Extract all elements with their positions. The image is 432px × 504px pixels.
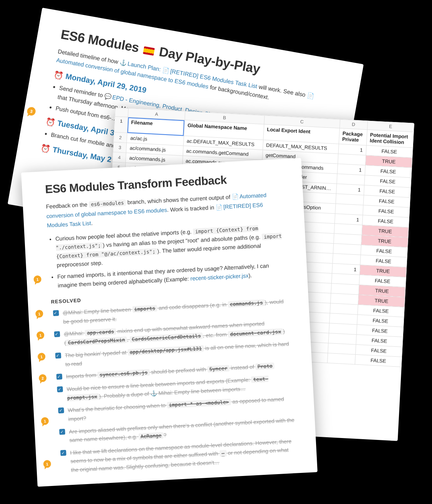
checkbox-checked[interactable] bbox=[53, 310, 59, 316]
corner-cell bbox=[115, 108, 129, 117]
alarm-clock-icon: ⏰ bbox=[53, 70, 64, 81]
cell[interactable] bbox=[334, 224, 362, 235]
cell[interactable] bbox=[331, 273, 359, 285]
doc-icon: 📄 bbox=[232, 193, 239, 200]
cell[interactable] bbox=[328, 333, 356, 344]
inline-code: imports bbox=[132, 305, 157, 313]
feedback-bullets: Curious how people feel about the relati… bbox=[55, 222, 288, 290]
anchor-icon: ⚓ bbox=[119, 59, 127, 66]
chat-icon: 💬 bbox=[104, 92, 113, 100]
comment-bubble-1[interactable]: 1 bbox=[33, 275, 41, 283]
cell[interactable] bbox=[338, 154, 366, 165]
cell[interactable] bbox=[337, 174, 365, 185]
inline-code: Syncer bbox=[207, 365, 230, 372]
cell[interactable] bbox=[333, 234, 361, 245]
cell[interactable] bbox=[333, 244, 361, 255]
comment-bubble[interactable]: 1 bbox=[38, 352, 46, 361]
checkbox-checked[interactable] bbox=[59, 429, 65, 435]
cell[interactable] bbox=[328, 343, 356, 354]
row-num[interactable]: 3 bbox=[113, 142, 127, 153]
inline-code: commands.js bbox=[228, 299, 265, 308]
checkbox-checked[interactable] bbox=[57, 386, 63, 392]
comment-bubble[interactable]: 2 bbox=[39, 374, 47, 382]
branch-name-code: es6-modules bbox=[89, 199, 126, 208]
doc-icon: 📄 bbox=[306, 92, 315, 99]
alarm-clock-icon: ⏰ bbox=[45, 117, 56, 127]
cell[interactable]: 1 bbox=[332, 264, 360, 275]
row-1-num[interactable]: 1 bbox=[114, 116, 128, 133]
stage: ES6 Modules Day Play-by-Play Detailed ti… bbox=[0, 0, 432, 504]
inline-code: app.cards bbox=[85, 328, 116, 336]
cell[interactable] bbox=[330, 303, 358, 315]
cell[interactable] bbox=[329, 313, 357, 324]
checkbox-checked[interactable] bbox=[55, 352, 61, 359]
inline-code: import * as <module> bbox=[167, 399, 231, 409]
comment-bubble[interactable]: 1 bbox=[35, 310, 43, 318]
cell-e1[interactable]: Potential Import Ident Collision bbox=[366, 130, 414, 148]
cell[interactable]: 1 bbox=[338, 144, 366, 155]
checkbox-checked[interactable] bbox=[56, 374, 63, 380]
row-num[interactable]: 2 bbox=[114, 132, 127, 143]
cell[interactable] bbox=[331, 283, 359, 295]
comment-bubble-3[interactable]: 3 bbox=[26, 106, 36, 116]
doc-icon: 📄 bbox=[162, 66, 170, 74]
row-num[interactable]: 4 bbox=[113, 152, 126, 163]
comment-bubble[interactable]: 1 bbox=[36, 331, 45, 339]
cell[interactable] bbox=[329, 323, 357, 334]
cell[interactable]: 1 bbox=[337, 164, 365, 175]
checkbox-checked[interactable] bbox=[60, 450, 66, 456]
cell[interactable]: 1 bbox=[334, 214, 362, 225]
cell[interactable]: 1 bbox=[336, 184, 364, 195]
doc-icon: 📄 bbox=[215, 204, 223, 210]
recent-sticker-link[interactable]: recent-sticker-picker.jsx bbox=[190, 272, 248, 282]
checkbox-checked[interactable] bbox=[58, 407, 64, 413]
cell[interactable] bbox=[335, 204, 363, 215]
cell[interactable] bbox=[327, 353, 355, 364]
inline-code: document-card.jsx bbox=[228, 328, 283, 338]
cell-d1[interactable]: Package Private bbox=[339, 128, 367, 145]
inline-code: app/desktop/app.jsx#L131 bbox=[127, 345, 204, 356]
checkbox-checked[interactable] bbox=[54, 331, 60, 338]
inline-code: _ bbox=[219, 450, 227, 457]
inline-code: AcRange bbox=[139, 432, 164, 440]
cell[interactable] bbox=[333, 254, 361, 265]
comment-bubble[interactable]: 1 bbox=[41, 417, 49, 425]
alarm-clock-icon: ⏰ bbox=[40, 143, 51, 154]
doc-feedback: ES6 Modules Transform Feedback Feedback … bbox=[21, 158, 318, 487]
cell[interactable]: FALSE bbox=[355, 354, 402, 367]
inline-code: CardsGenericCardDetails bbox=[130, 333, 203, 343]
comment-bubble[interactable]: 1 bbox=[43, 460, 51, 468]
inline-code: CardsCardPropsMixin bbox=[66, 336, 127, 346]
inline-code: Proto bbox=[255, 362, 275, 370]
cell[interactable] bbox=[330, 293, 358, 305]
spain-flag-icon bbox=[143, 46, 155, 56]
inline-code: syncer.es6.pb.js bbox=[98, 369, 150, 378]
cell[interactable] bbox=[336, 194, 364, 205]
